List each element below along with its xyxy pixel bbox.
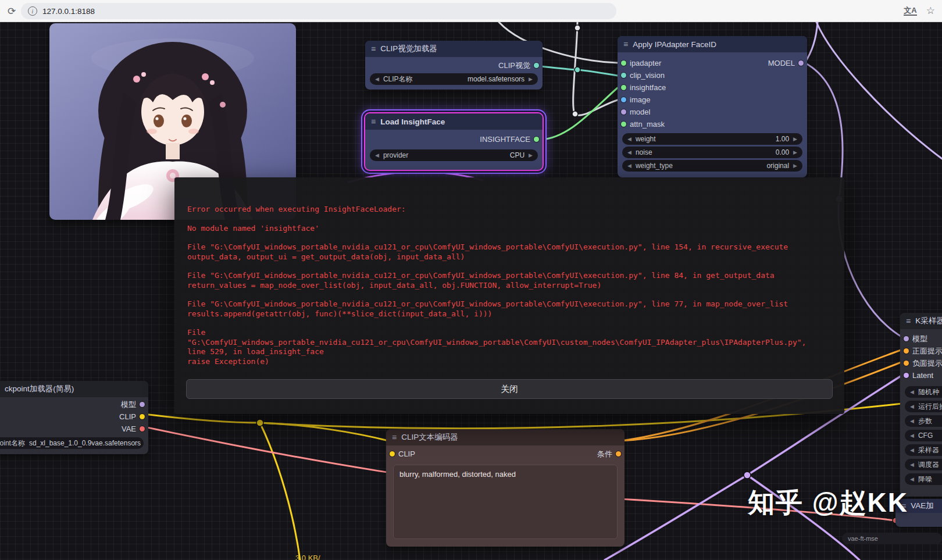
widget-arrow-left[interactable]: ◀ [910, 447, 914, 453]
node-header[interactable]: ≡ CLIP文本编码器 [386, 429, 625, 445]
node-collapse-icon[interactable]: ≡ [392, 433, 397, 442]
node-header[interactable]: ≡ CLIP视觉加载器 [365, 41, 543, 57]
widget-arrow-left[interactable]: ◀ [910, 476, 914, 482]
cfg-widget[interactable]: ◀CFG [905, 430, 942, 441]
widget-arrow-right[interactable]: ▶ [529, 76, 533, 82]
node-clip-text-encode[interactable]: ≡ CLIP文本编码器 CLIP 条件 blurry, malformed, d… [386, 429, 625, 547]
output-slot-model[interactable]: MODEL [768, 59, 804, 67]
node-load-insightface[interactable]: ≡ Load InsightFace INSIGHTFACE ◀ provide… [365, 113, 543, 170]
url-bar[interactable]: i 127.0.0.1:8188 [21, 3, 616, 19]
clip-name-widget[interactable]: ◀ CLIP名称 model.safetensors ▶ [370, 73, 538, 85]
node-title: VAE加 [911, 501, 934, 511]
output-slot-clip-vision[interactable]: CLIP视觉 [498, 60, 539, 71]
node-title: K采样器 [915, 316, 942, 326]
attn-mask-input-dot[interactable] [621, 122, 626, 127]
bookmark-star-icon[interactable]: ☆ [926, 5, 935, 17]
provider-widget[interactable]: ◀ provider CPU ▶ [370, 149, 538, 161]
download-status-text: 3.0 KB/ [295, 554, 320, 560]
steps-widget[interactable]: ◀步数 [905, 415, 942, 427]
output-slot-conditioning[interactable]: 条件 [597, 449, 621, 459]
output-slot-model[interactable]: 模型 [121, 400, 145, 410]
node-title: ckpoint加载器(简易) [5, 384, 74, 394]
prompt-textarea[interactable]: blurry, malformed, distorted, naked [393, 465, 618, 539]
clip-vision-output-dot[interactable] [534, 63, 539, 68]
weight-type-widget[interactable]: ◀ weight_type original ▶ [622, 160, 802, 172]
node-collapse-icon[interactable]: ≡ [371, 44, 376, 53]
latent-input-dot[interactable] [904, 373, 909, 378]
clip-output-dot[interactable] [140, 414, 145, 419]
noise-widget[interactable]: ◀ noise 0.00 ▶ [622, 147, 802, 158]
input-slot-model[interactable]: model [621, 108, 650, 116]
scheduler-widget[interactable]: ◀调度器 [905, 459, 942, 470]
widget-arrow-left[interactable]: ◀ [627, 136, 631, 142]
clip-input-dot[interactable] [390, 451, 395, 456]
input-slot-attn-mask[interactable]: attn_mask [621, 120, 665, 129]
widget-arrow-left[interactable]: ◀ [910, 462, 914, 468]
widget-arrow-left[interactable]: ◀ [910, 433, 914, 438]
output-slot-insightface[interactable]: INSIGHTFACE [480, 135, 539, 144]
insightface-input-dot[interactable] [621, 85, 626, 90]
ckpt-name-widget[interactable]: ◀ ckpoint名称 sd_xl_base_1.0_0.9vae.safete… [0, 437, 144, 449]
model-input-dot[interactable] [904, 336, 909, 341]
input-slot-model[interactable]: 模型 [904, 334, 927, 344]
negative-input-dot[interactable] [904, 361, 909, 366]
output-slot-clip[interactable]: CLIP [119, 412, 145, 421]
output-slot-vae[interactable]: VAE [122, 425, 145, 433]
translate-icon[interactable]: 文A [904, 6, 916, 16]
model-output-dot[interactable] [798, 60, 804, 66]
node-collapse-icon[interactable]: ≡ [906, 316, 911, 326]
widget-arrow-left[interactable]: ◀ [375, 76, 379, 82]
node-collapse-icon[interactable]: ≡ [623, 40, 628, 49]
widget-arrow-left[interactable]: ◀ [627, 149, 631, 155]
positive-input-dot[interactable] [904, 348, 909, 354]
node-header[interactable]: ≡ Apply IPAdapter FaceID [618, 36, 807, 52]
node-checkpoint-loader[interactable]: ckpoint加载器(简易) 模型 CLIP VAE ◀ ckpoint名称 s… [0, 381, 148, 454]
input-slot-clip-vision[interactable]: clip_vision [621, 71, 665, 80]
input-slot-positive[interactable]: 正面提示 [904, 346, 942, 356]
node-header[interactable]: ckpoint加载器(简易) [0, 381, 148, 397]
input-slot-ipadapter[interactable]: ipadapter [621, 59, 661, 67]
node-clip-vision-loader[interactable]: ≡ CLIP视觉加载器 CLIP视觉 ◀ CLIP名称 model.safete… [365, 41, 543, 90]
close-button[interactable]: 关闭 [186, 379, 833, 399]
input-slot-image[interactable]: image [621, 95, 650, 104]
model-input-dot[interactable] [621, 109, 626, 115]
input-slot-negative[interactable]: 负面提示 [904, 358, 942, 369]
widget-arrow-left[interactable]: ◀ [627, 163, 631, 169]
site-info-icon[interactable]: i [28, 6, 37, 16]
seed-widget[interactable]: ◀随机种 [905, 386, 942, 398]
widget-arrow-right[interactable]: ▶ [793, 149, 797, 155]
error-line: No module named 'insightface' [187, 224, 832, 234]
node-apply-ipadapter-faceid[interactable]: ≡ Apply IPAdapter FaceID ipadapter MODEL… [618, 36, 807, 177]
weight-widget[interactable]: ◀ weight 1.00 ▶ [622, 133, 802, 145]
input-slot-insightface[interactable]: insightface [621, 83, 666, 92]
widget-arrow-right[interactable]: ▶ [793, 163, 797, 169]
ipadapter-input-dot[interactable] [621, 60, 626, 66]
after-run-widget[interactable]: ◀运行后操作 [905, 401, 942, 412]
conditioning-output-dot[interactable] [616, 451, 621, 456]
clip-vision-input-dot[interactable] [621, 73, 626, 78]
node-ksampler[interactable]: ≡ K采样器 模型 正面提示 负面提示 Latent ◀随机种 ◀运行后操作 ◀… [900, 313, 942, 497]
model-output-dot[interactable] [140, 402, 145, 407]
reload-icon[interactable]: ⟳ [5, 4, 19, 18]
widget-arrow-left[interactable]: ◀ [910, 389, 914, 395]
sampler-widget[interactable]: ◀采样器 [905, 444, 942, 456]
widget-arrow-right[interactable]: ▶ [793, 136, 797, 142]
vae-output-dot[interactable] [140, 426, 145, 431]
input-slot-clip[interactable]: CLIP [390, 450, 415, 458]
node-graph-canvas[interactable]: ≡ CLIP视觉加载器 CLIP视觉 ◀ CLIP名称 model.safete… [0, 22, 942, 560]
node-header[interactable]: ≡ K采样器 [900, 313, 942, 329]
widget-arrow-left[interactable]: ◀ [910, 418, 914, 424]
insightface-output-dot[interactable] [534, 137, 539, 142]
error-line: Error occurred when executing InsightFac… [187, 205, 832, 215]
widget-arrow-left[interactable]: ◀ [375, 152, 379, 158]
node-collapse-icon[interactable]: ≡ [371, 117, 376, 126]
image-input-dot[interactable] [621, 97, 626, 102]
denoise-widget[interactable]: ◀降噪 [905, 473, 942, 485]
node-title: CLIP文本编码器 [401, 432, 458, 443]
input-slot-latent[interactable]: Latent [904, 371, 933, 380]
vae-name-widget[interactable]: vae-ft-mse [842, 533, 942, 544]
widget-arrow-left[interactable]: ◀ [910, 404, 914, 409]
node-title: CLIP视觉加载器 [380, 44, 437, 54]
widget-arrow-right[interactable]: ▶ [529, 152, 533, 158]
node-header[interactable]: ≡ Load InsightFace [365, 113, 543, 130]
